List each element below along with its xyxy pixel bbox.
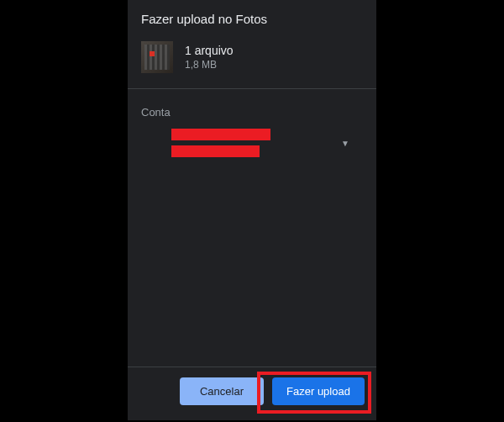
upload-button[interactable]: Fazer upload bbox=[272, 377, 365, 405]
upload-dialog: Fazer upload no Fotos 1 arquivo 1,8 MB C… bbox=[128, 0, 376, 420]
file-count-label: 1 arquivo bbox=[185, 44, 234, 57]
dialog-footer: Cancelar Fazer upload bbox=[128, 367, 376, 420]
account-identity-redacted bbox=[171, 129, 270, 157]
chevron-down-icon[interactable]: ▼ bbox=[334, 132, 356, 155]
dialog-title: Fazer upload no Fotos bbox=[141, 12, 363, 26]
file-thumbnail bbox=[141, 41, 173, 73]
dialog-header: Fazer upload no Fotos bbox=[128, 0, 376, 34]
cancel-button[interactable]: Cancelar bbox=[180, 377, 264, 405]
file-summary-row: 1 arquivo 1,8 MB bbox=[128, 34, 376, 89]
account-section-label: Conta bbox=[141, 106, 363, 119]
file-size-label: 1,8 MB bbox=[185, 59, 234, 71]
redaction-bar bbox=[171, 129, 270, 140]
file-info: 1 arquivo 1,8 MB bbox=[185, 44, 234, 71]
redaction-bar bbox=[171, 145, 260, 157]
account-section: Conta ▼ bbox=[128, 89, 376, 367]
account-selector[interactable]: ▼ bbox=[141, 129, 363, 157]
